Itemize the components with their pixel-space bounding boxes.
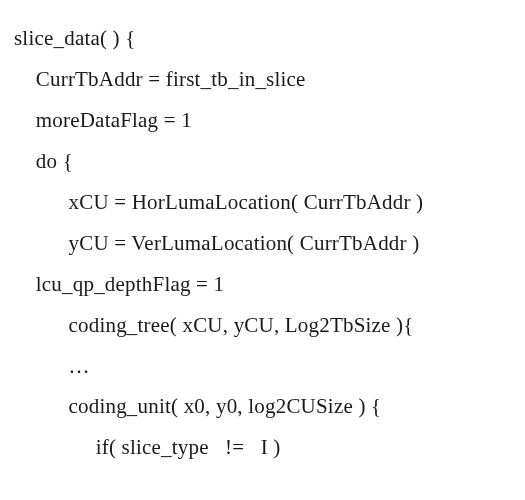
code-line: do { (14, 141, 511, 182)
code-line: coding_unit( x0, y0, log2CUSize ) { (14, 386, 511, 427)
code-line: lcu_qp_depthFlag = 1 (14, 264, 511, 305)
code-line: moreDataFlag = 1 (14, 100, 511, 141)
code-line: xCU = HorLumaLocation( CurrTbAddr ) (14, 182, 511, 223)
code-line: yCU = VerLumaLocation( CurrTbAddr ) (14, 223, 511, 264)
code-line: if( slice_type != I ) (14, 427, 511, 468)
code-line: slice_data( ) { (14, 18, 511, 59)
code-line: CurrTbAddr = first_tb_in_slice (14, 59, 511, 100)
code-line: … (14, 346, 511, 387)
code-line: coding_tree( xCU, yCU, Log2TbSize ){ (14, 305, 511, 346)
code-block: slice_data( ) { CurrTbAddr = first_tb_in… (0, 0, 525, 468)
